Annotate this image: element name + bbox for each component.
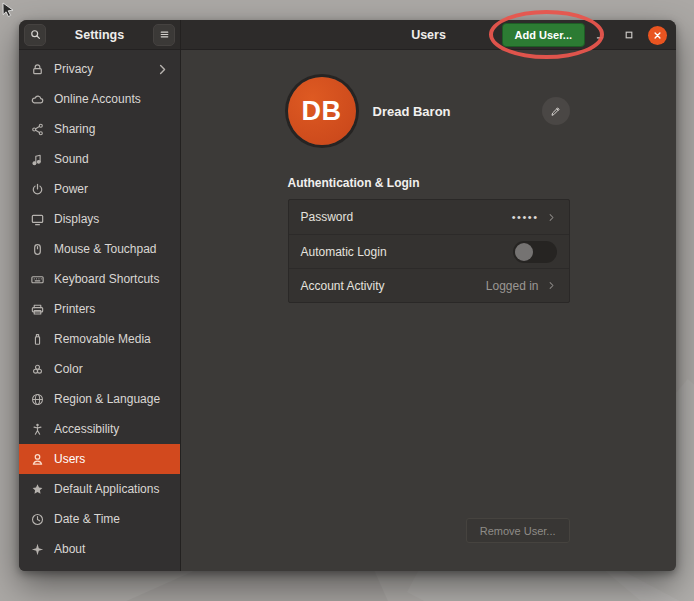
four-point-star-icon — [30, 542, 45, 557]
close-icon — [652, 30, 663, 41]
sidebar-item-label: About — [54, 542, 85, 556]
sidebar-item-default-applications[interactable]: Default Applications — [19, 474, 180, 504]
sidebar-item-online-accounts[interactable]: Online Accounts — [19, 84, 180, 114]
close-button[interactable] — [648, 26, 667, 45]
power-icon — [30, 182, 45, 197]
sidebar-item-privacy[interactable]: Privacy — [19, 54, 180, 84]
account-activity-value: Logged in — [486, 279, 539, 293]
usb-drive-icon — [30, 332, 45, 347]
cloud-icon — [30, 92, 45, 107]
maximize-icon — [622, 28, 636, 42]
minimize-icon — [593, 28, 607, 42]
remove-user-button[interactable]: Remove User... — [466, 518, 570, 543]
menu-button[interactable] — [153, 24, 175, 46]
sidebar-item-sound[interactable]: Sound — [19, 144, 180, 174]
music-note-icon — [30, 152, 45, 167]
sidebar-item-mouse-touchpad[interactable]: Mouse & Touchpad — [19, 234, 180, 264]
sidebar-item-color[interactable]: Color — [19, 354, 180, 384]
account-activity-label: Account Activity — [301, 279, 385, 293]
toggle-knob — [515, 243, 533, 261]
mouse-cursor-icon — [1, 2, 16, 18]
avatar: DB — [288, 77, 356, 145]
sidebar-item-label: Region & Language — [54, 392, 160, 406]
sidebar-item-sharing[interactable]: Sharing — [19, 114, 180, 144]
sidebar-item-label: Default Applications — [54, 482, 159, 496]
display-icon — [30, 212, 45, 227]
automatic-login-row: Automatic Login — [289, 234, 569, 268]
password-label: Password — [301, 210, 354, 224]
keyboard-icon — [30, 272, 45, 287]
users-panel: DB Dread Baron Authentication & Login Pa… — [181, 50, 676, 571]
sidebar-item-label: Online Accounts — [54, 92, 141, 106]
sidebar-item-about[interactable]: About — [19, 534, 180, 564]
person-icon — [30, 452, 45, 467]
minimize-button[interactable] — [590, 25, 610, 45]
settings-window: Settings Users Add User... Privacy — [19, 20, 676, 571]
auth-card: Password ••••• Automatic Login A — [288, 199, 570, 303]
account-activity-row[interactable]: Account Activity Logged in — [289, 268, 569, 302]
auth-section-title: Authentication & Login — [288, 176, 570, 190]
sidebar-item-accessibility[interactable]: Accessibility — [19, 414, 180, 444]
edit-name-button[interactable] — [542, 97, 570, 125]
page-title: Users — [411, 28, 446, 42]
window-controls — [590, 20, 667, 50]
color-circles-icon — [30, 362, 45, 377]
sidebar-item-region-language[interactable]: Region & Language — [19, 384, 180, 414]
chevron-right-icon — [155, 62, 170, 77]
sidebar-item-date-time[interactable]: Date & Time — [19, 504, 180, 534]
user-identity-row: DB Dread Baron — [288, 77, 570, 145]
share-icon — [30, 122, 45, 137]
user-name: Dread Baron — [373, 104, 451, 119]
remove-user-row: Remove User... — [288, 518, 570, 571]
settings-sidebar: Privacy Online Accounts Sharing Sound Po… — [19, 50, 181, 571]
sidebar-item-label: Sharing — [54, 122, 95, 136]
sidebar-item-label: Removable Media — [54, 332, 151, 346]
sidebar-item-label: Displays — [54, 212, 99, 226]
sidebar-item-label: Color — [54, 362, 83, 376]
chevron-right-icon — [546, 280, 557, 291]
chevron-right-icon — [546, 212, 557, 223]
sidebar-item-power[interactable]: Power — [19, 174, 180, 204]
sidebar-item-keyboard-shortcuts[interactable]: Keyboard Shortcuts — [19, 264, 180, 294]
sidebar-item-label: Accessibility — [54, 422, 119, 436]
sidebar-headerbar: Settings — [19, 20, 181, 50]
sidebar-item-label: Mouse & Touchpad — [54, 242, 157, 256]
password-dots: ••••• — [512, 211, 539, 223]
sidebar-item-label: Privacy — [54, 62, 93, 76]
accessibility-icon — [30, 422, 45, 437]
sidebar-item-label: Printers — [54, 302, 95, 316]
sidebar-item-label: Sound — [54, 152, 89, 166]
sidebar-item-printers[interactable]: Printers — [19, 294, 180, 324]
globe-icon — [30, 392, 45, 407]
sidebar-item-removable-media[interactable]: Removable Media — [19, 324, 180, 354]
sidebar-item-label: Users — [54, 452, 85, 466]
search-button[interactable] — [24, 24, 46, 46]
clock-icon — [30, 512, 45, 527]
sidebar-item-label: Power — [54, 182, 88, 196]
lock-icon — [30, 62, 45, 77]
sidebar-item-label: Keyboard Shortcuts — [54, 272, 159, 286]
sidebar-item-users[interactable]: Users — [19, 444, 180, 474]
app-title: Settings — [75, 28, 124, 42]
printer-icon — [30, 302, 45, 317]
hamburger-icon — [158, 28, 171, 41]
pencil-icon — [549, 105, 562, 118]
star-icon — [30, 482, 45, 497]
sidebar-item-label: Date & Time — [54, 512, 120, 526]
password-row[interactable]: Password ••••• — [289, 200, 569, 234]
automatic-login-toggle[interactable] — [513, 241, 557, 263]
maximize-button[interactable] — [619, 25, 639, 45]
add-user-button[interactable]: Add User... — [502, 23, 585, 47]
automatic-login-label: Automatic Login — [301, 245, 387, 259]
search-icon — [29, 28, 42, 41]
mouse-icon — [30, 242, 45, 257]
sidebar-item-displays[interactable]: Displays — [19, 204, 180, 234]
main-headerbar: Users Add User... — [181, 20, 676, 50]
